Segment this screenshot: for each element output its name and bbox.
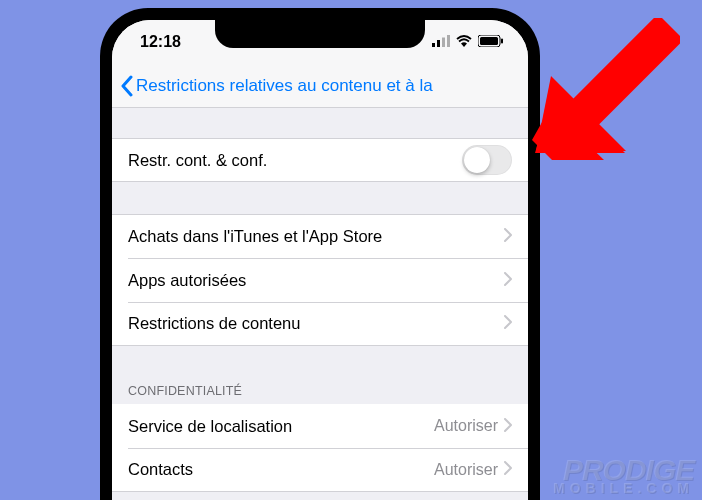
row-content-restrictions[interactable]: Restrictions de contenu xyxy=(112,302,528,346)
svg-rect-5 xyxy=(480,37,498,45)
svg-rect-0 xyxy=(432,43,435,47)
notch xyxy=(215,20,425,48)
row-allowed-apps[interactable]: Apps autorisées xyxy=(112,258,528,302)
group-restrictions: Achats dans l'iTunes et l'App Store Apps… xyxy=(112,214,528,346)
watermark: PRODIGE MOBILE.COM xyxy=(553,459,694,494)
watermark-line2: MOBILE.COM xyxy=(553,484,694,494)
group-toggle: Restr. cont. & conf. xyxy=(112,138,528,182)
row-label: Restr. cont. & conf. xyxy=(128,151,462,170)
svg-marker-12 xyxy=(536,76,626,151)
row-label: Apps autorisées xyxy=(128,271,504,290)
svg-rect-6 xyxy=(501,39,503,44)
row-label: Restrictions de contenu xyxy=(128,314,504,333)
chevron-right-icon xyxy=(504,460,512,479)
battery-icon xyxy=(478,33,504,51)
row-label: Contacts xyxy=(128,460,434,479)
settings-content[interactable]: Restr. cont. & conf. Achats dans l'iTune… xyxy=(112,108,528,500)
status-time: 12:18 xyxy=(140,33,181,51)
svg-marker-8 xyxy=(532,108,604,160)
row-location-services[interactable]: Service de localisation Autoriser xyxy=(112,404,528,448)
toggle-knob xyxy=(464,147,490,173)
row-value: Autoriser xyxy=(434,417,498,435)
toggle-switch[interactable] xyxy=(462,145,512,175)
svg-rect-2 xyxy=(442,38,445,48)
chevron-right-icon xyxy=(504,271,512,290)
svg-rect-3 xyxy=(447,35,450,47)
group-privacy: CONFIDENTIALITÉ Service de localisation … xyxy=(112,378,528,492)
row-label: Achats dans l'iTunes et l'App Store xyxy=(128,227,504,246)
chevron-right-icon xyxy=(504,227,512,246)
row-value: Autoriser xyxy=(434,461,498,479)
row-label: Service de localisation xyxy=(128,417,434,436)
wifi-icon xyxy=(456,33,472,51)
phone-frame: 12:18 Restrictions relatives au contenu … xyxy=(100,8,540,500)
chevron-left-icon xyxy=(120,75,134,97)
group-header: CONFIDENTIALITÉ xyxy=(112,378,528,404)
chevron-right-icon xyxy=(504,417,512,436)
back-label: Restrictions relatives au contenu et à l… xyxy=(136,76,433,96)
row-restrictions-toggle[interactable]: Restr. cont. & conf. xyxy=(112,138,528,182)
row-itunes-purchases[interactable]: Achats dans l'iTunes et l'App Store xyxy=(112,214,528,258)
row-contacts[interactable]: Contacts Autoriser xyxy=(112,448,528,492)
back-button[interactable]: Restrictions relatives au contenu et à l… xyxy=(120,75,520,97)
svg-marker-9 xyxy=(535,83,625,153)
chevron-right-icon xyxy=(504,314,512,333)
cellular-icon xyxy=(432,33,450,51)
status-icons xyxy=(432,33,504,51)
navigation-bar: Restrictions relatives au contenu et à l… xyxy=(112,64,528,108)
svg-rect-1 xyxy=(437,40,440,47)
arrow-annotation xyxy=(520,18,680,182)
phone-screen: 12:18 Restrictions relatives au contenu … xyxy=(112,20,528,500)
